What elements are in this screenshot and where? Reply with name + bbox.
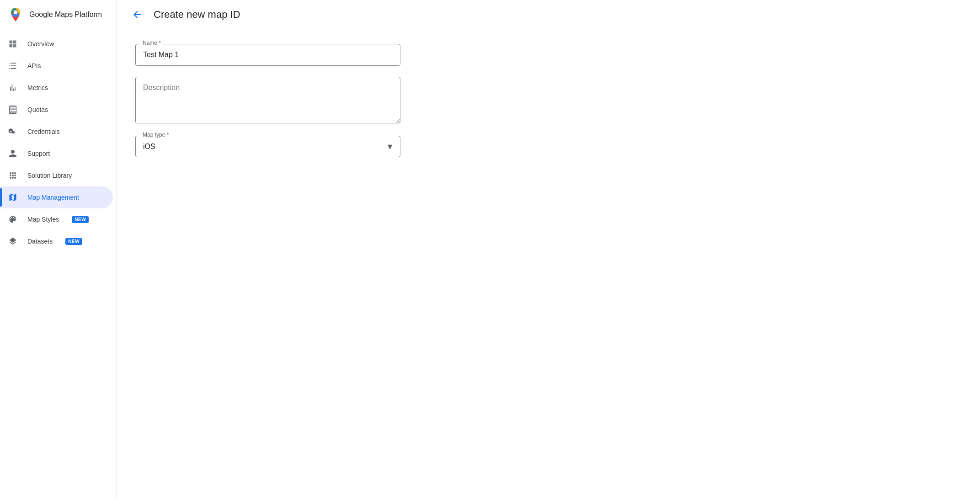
svg-point-0 (14, 11, 17, 14)
sidebar-item-credentials[interactable]: Credentials (0, 121, 113, 143)
list-icon (7, 60, 18, 71)
map-type-field: Map type * iOS Android JavaScript ▼ (135, 136, 400, 157)
name-label: Name * (141, 40, 163, 46)
sidebar-item-label-map-styles: Map Styles (27, 216, 59, 223)
sidebar-item-label-solution-library: Solution Library (27, 172, 72, 179)
form-container: Name * Map type * iOS Android JavaScript… (135, 44, 400, 157)
description-textarea[interactable] (135, 77, 400, 123)
key-icon (7, 126, 18, 137)
grid-icon (7, 38, 18, 49)
app-title: Google Maps Platform (29, 10, 102, 19)
bar-chart-icon (7, 82, 18, 93)
sidebar-item-label-support: Support (27, 150, 50, 157)
table-icon (7, 104, 18, 115)
map-type-label: Map type * (141, 132, 170, 138)
sidebar-item-metrics[interactable]: Metrics (0, 77, 113, 99)
back-button[interactable] (128, 5, 146, 24)
map-type-select-wrapper: iOS Android JavaScript ▼ (135, 136, 400, 157)
sidebar-item-label-map-management: Map Management (27, 194, 79, 201)
sidebar-item-label-metrics: Metrics (27, 84, 48, 91)
datasets-badge: NEW (65, 238, 82, 245)
sidebar-item-label-overview: Overview (27, 40, 54, 48)
form-area: Name * Map type * iOS Android JavaScript… (117, 29, 980, 499)
layers-icon (7, 236, 18, 247)
sidebar-item-label-quotas: Quotas (27, 106, 48, 113)
sidebar-item-label-datasets: Datasets (27, 238, 53, 245)
name-input[interactable] (135, 44, 400, 66)
sidebar-header: Google Maps Platform (0, 0, 117, 29)
sidebar-item-label-credentials: Credentials (27, 128, 60, 135)
sidebar-item-label-apis: APIs (27, 62, 41, 69)
sidebar-item-support[interactable]: Support (0, 143, 113, 165)
sidebar-item-quotas[interactable]: Quotas (0, 99, 113, 121)
sidebar: Google Maps Platform Overview APIs Metri… (0, 0, 117, 499)
google-maps-logo-icon (7, 6, 24, 23)
page-header: Create new map ID (117, 0, 980, 29)
map-styles-badge: NEW (72, 216, 89, 223)
map-icon (7, 192, 18, 203)
page-title: Create new map ID (154, 9, 240, 21)
sidebar-item-map-management[interactable]: Map Management (0, 186, 113, 208)
person-icon (7, 148, 18, 159)
main-content-area: Create new map ID Name * Map type * iOS … (117, 0, 980, 499)
map-type-select[interactable]: iOS Android JavaScript (135, 136, 400, 157)
sidebar-item-solution-library[interactable]: Solution Library (0, 165, 113, 186)
sidebar-item-map-styles[interactable]: Map Styles NEW (0, 208, 113, 230)
sidebar-item-datasets[interactable]: Datasets NEW (0, 230, 113, 252)
sidebar-item-overview[interactable]: Overview (0, 33, 113, 55)
apps-icon (7, 170, 18, 181)
description-field (135, 77, 400, 125)
sidebar-item-apis[interactable]: APIs (0, 55, 113, 77)
name-field: Name * (135, 44, 400, 66)
palette-icon (7, 214, 18, 225)
sidebar-nav: Overview APIs Metrics Quotas (0, 29, 117, 499)
